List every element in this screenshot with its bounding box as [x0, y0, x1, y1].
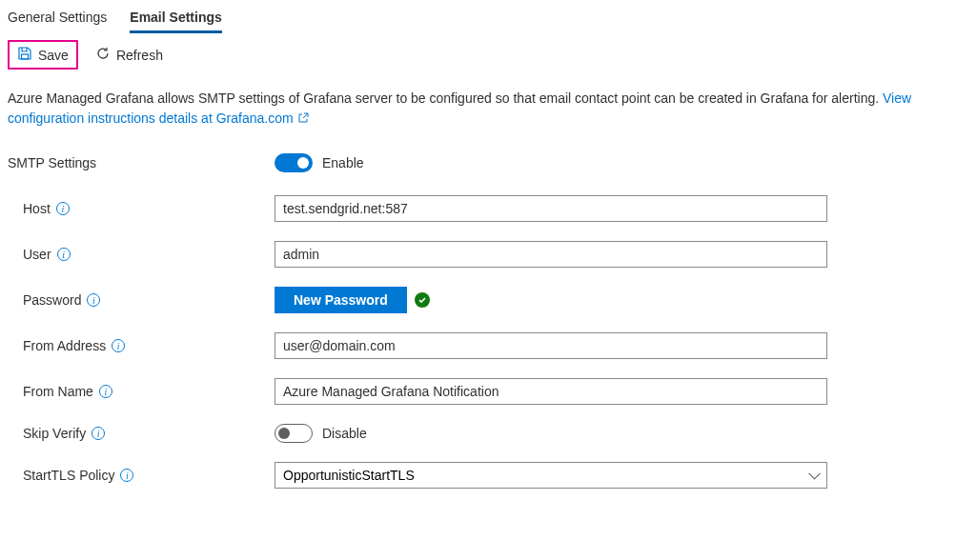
info-icon[interactable]: i — [112, 339, 125, 352]
tab-email-settings[interactable]: Email Settings — [130, 6, 221, 32]
info-icon[interactable]: i — [56, 202, 70, 215]
smtp-settings-label: SMTP Settings — [8, 155, 96, 170]
starttls-policy-select[interactable]: OpportunisticStartTLS — [275, 462, 827, 489]
toolbar: Save Refresh — [0, 32, 977, 77]
refresh-button-label: Refresh — [116, 48, 163, 63]
external-link-icon — [297, 110, 309, 126]
description-body: Azure Managed Grafana allows SMTP settin… — [8, 90, 883, 106]
user-label: User — [23, 247, 51, 262]
info-icon[interactable]: i — [87, 293, 100, 307]
info-icon[interactable]: i — [120, 469, 133, 482]
user-input[interactable] — [275, 241, 827, 268]
host-input[interactable] — [275, 195, 827, 222]
skip-verify-toggle-label: Disable — [322, 426, 367, 441]
from-name-input[interactable] — [275, 378, 827, 405]
save-button-label: Save — [38, 48, 69, 63]
tab-general-settings[interactable]: General Settings — [8, 6, 107, 32]
info-icon[interactable]: i — [99, 385, 112, 398]
smtp-enable-toggle-label: Enable — [322, 155, 364, 170]
tab-strip: General Settings Email Settings — [0, 0, 977, 32]
host-label: Host — [23, 201, 51, 216]
new-password-button[interactable]: New Password — [275, 287, 407, 313]
smtp-enable-toggle[interactable]: Enable — [275, 153, 364, 172]
from-address-input[interactable] — [275, 332, 827, 359]
smtp-form: Host i User i Password i New Password Fr — [0, 172, 977, 489]
description-text: Azure Managed Grafana allows SMTP settin… — [0, 77, 963, 132]
starttls-policy-label: StartTLS Policy — [23, 468, 114, 483]
info-icon[interactable]: i — [92, 427, 105, 440]
check-icon — [415, 292, 430, 308]
password-label: Password — [23, 292, 81, 308]
from-address-label: From Address — [23, 338, 106, 353]
refresh-button[interactable]: Refresh — [88, 42, 171, 68]
skip-verify-toggle[interactable]: Disable — [275, 424, 367, 443]
refresh-icon — [95, 46, 111, 64]
save-icon — [17, 46, 32, 64]
save-button[interactable]: Save — [8, 40, 78, 70]
info-icon[interactable]: i — [57, 248, 71, 261]
from-name-label: From Name — [23, 384, 93, 399]
skip-verify-label: Skip Verify — [23, 426, 86, 441]
svg-rect-0 — [22, 54, 29, 59]
